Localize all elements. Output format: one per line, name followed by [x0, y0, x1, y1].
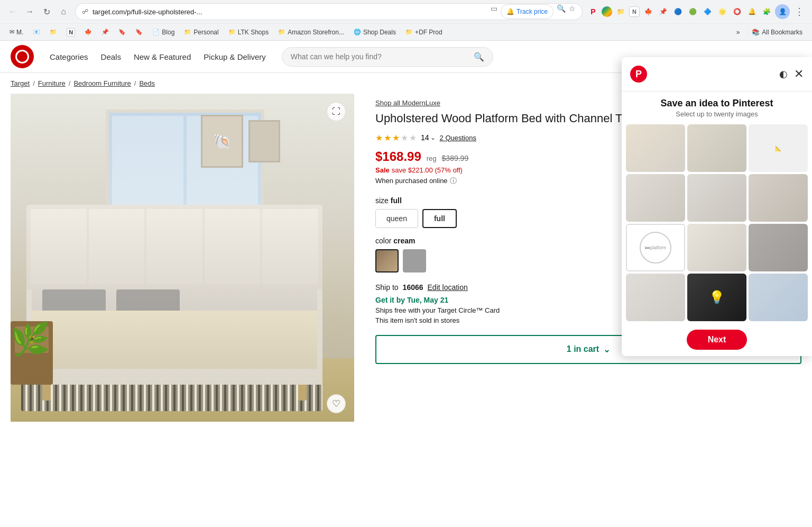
pin-image-dark-bedroom[interactable] [749, 224, 808, 271]
nav-links: Categories Deals New & Featured Pickup &… [50, 52, 266, 61]
address-bar[interactable]: ☍ target.com/p/full-size-upholstered-...… [75, 3, 583, 20]
wishlist-button[interactable]: ♡ [327, 394, 346, 413]
bookmarks-more-button[interactable]: » [732, 27, 744, 38]
zip-code: 16066 [403, 283, 423, 292]
product-image-area: 🐚 [11, 94, 354, 422]
bookmark-6[interactable]: 📌 [97, 27, 113, 37]
bookmark-personal[interactable]: 📁 Personal [180, 27, 223, 38]
close-icon[interactable]: ✕ [794, 67, 804, 81]
bookmark-5[interactable]: 🍁 [80, 27, 96, 37]
ext7[interactable]: 🌟 [716, 5, 728, 18]
pin-image-pillows[interactable] [749, 274, 808, 321]
nav-new-featured[interactable]: New & Featured [134, 52, 191, 61]
ext4[interactable]: 🔵 [671, 5, 684, 18]
bookmark-3[interactable]: 📁 [45, 27, 61, 37]
nav-deals[interactable]: Deals [101, 52, 121, 61]
info-icon[interactable]: ⓘ [450, 176, 457, 186]
breadcrumb-furniture[interactable]: Furniture [38, 79, 66, 87]
pinterest-next-button[interactable]: Next [687, 330, 748, 350]
forward-button[interactable]: → [22, 4, 37, 19]
pin-image-bed-side[interactable] [687, 174, 746, 222]
color-swatch-cream[interactable] [375, 249, 399, 272]
cart-label: 1 in cart [567, 344, 599, 354]
pinterest-title-section: Save an idea to Pinterest Select up to t… [622, 92, 812, 122]
all-bookmarks-button[interactable]: 📚 All Bookmarks [747, 27, 807, 38]
pinterest-next-section: Next [622, 323, 812, 356]
bookmark-8[interactable]: 🔖 [131, 27, 147, 37]
settings-icon[interactable]: ◐ [779, 68, 788, 80]
bookmark-ltk[interactable]: 📁 LTK Shops [224, 27, 273, 38]
search-bar[interactable]: 🔍 [282, 47, 493, 67]
star-icon[interactable]: ☆ [569, 4, 576, 19]
bookmark-notion[interactable]: N [62, 26, 79, 38]
pin-image-tv-stand[interactable] [626, 274, 685, 321]
chevron-down-icon: ⌄ [430, 134, 436, 141]
star-1: ★ [375, 133, 383, 143]
ext3[interactable]: 📌 [657, 5, 669, 18]
bookmark-gmail[interactable]: ✉ M. [5, 27, 27, 38]
reload-button[interactable]: ↻ [39, 4, 54, 19]
drive-ext[interactable]: 📁 [614, 5, 627, 18]
pin-image-bedroom-scene[interactable] [687, 224, 746, 271]
ext8[interactable]: ⭕ [731, 5, 743, 18]
ext2[interactable]: 🍁 [642, 5, 654, 18]
pin-image-circle-icon[interactable]: 🛏platform [626, 224, 685, 271]
bookmark-amazon[interactable]: 📁 Amazon Storefron... [274, 27, 348, 38]
star-3: ★ [392, 133, 400, 143]
bookmark-shopdeals[interactable]: 🌐 Shop Deals [349, 27, 400, 38]
selected-color: cream [393, 237, 415, 245]
target-logo[interactable] [11, 45, 34, 68]
browser-chrome: ← → ↻ ⌂ ☍ target.com/p/full-size-upholst… [0, 0, 812, 41]
bookmark-2[interactable]: 📧 [29, 27, 44, 37]
bookmarks-folder-icon: 📚 [752, 29, 760, 36]
selected-size: full [391, 196, 402, 205]
menu-button[interactable]: ⋮ [792, 4, 807, 19]
notion-ext[interactable]: N [629, 6, 640, 17]
nav-categories[interactable]: Categories [50, 52, 88, 61]
bookmark-dfprod[interactable]: 📁 +DF Prod [401, 27, 447, 38]
color-swatch-gray[interactable] [403, 249, 426, 272]
profile-avatar[interactable]: 👤 [775, 4, 790, 19]
pin-image-lamp[interactable]: 💡 [687, 274, 746, 321]
pin-image-headboard[interactable] [626, 174, 685, 222]
search-icon[interactable]: 🔍 [557, 4, 566, 19]
breadcrumb-bedroom-furniture[interactable]: Bedroom Furniture [73, 79, 131, 87]
home-button[interactable]: ⌂ [56, 4, 71, 19]
bookmark-7[interactable]: 🔖 [114, 27, 130, 37]
bookmark-blog[interactable]: 📄 Blog [148, 27, 179, 38]
pinterest-header-actions: ◐ ✕ [779, 67, 804, 81]
ext9[interactable]: 🔔 [745, 5, 758, 18]
pin-image-bed-front[interactable] [626, 124, 685, 172]
maps-ext[interactable] [602, 6, 612, 17]
track-price-button[interactable]: 🔔 Track price [501, 4, 553, 19]
questions-link[interactable]: 2 Questions [440, 134, 476, 142]
pinterest-ext[interactable]: P [587, 5, 599, 18]
pin-image-bed-room[interactable] [749, 174, 808, 222]
ext5[interactable]: 🟢 [686, 5, 699, 18]
star-5: ★ [409, 133, 417, 143]
rating-number: 14 [421, 133, 429, 142]
bookmark-personal-label: Personal [193, 29, 218, 36]
ext6[interactable]: 🔷 [701, 5, 714, 18]
zoom-button[interactable]: ⛶ [327, 102, 346, 121]
ext10[interactable]: 🧩 [760, 5, 773, 18]
bookmark-blog-label: Blog [162, 29, 174, 36]
ship-to-label: Ship to [375, 283, 399, 292]
search-input[interactable] [291, 52, 469, 61]
nav-pickup-delivery[interactable]: Pickup & Delivery [204, 52, 266, 61]
review-count[interactable]: 14 ⌄ [421, 133, 436, 142]
pin-image-diagram[interactable]: 📐 [749, 124, 808, 172]
edit-location-link[interactable]: Edit location [428, 283, 468, 292]
target-logo-circle [11, 45, 34, 68]
breadcrumb-beds[interactable]: Beds [139, 79, 155, 87]
reg-price: $389.99 [442, 154, 469, 162]
bookmark-amazon-label: Amazon Storefron... [288, 29, 344, 36]
pin-image-bed-angled[interactable] [687, 124, 746, 172]
breadcrumb-target[interactable]: Target [11, 79, 30, 87]
bookmark-tab-icon[interactable]: ▭ [491, 4, 497, 19]
back-button[interactable]: ← [5, 4, 20, 19]
pinterest-subtitle: Select up to twenty images [630, 110, 804, 118]
nav-buttons: ← → ↻ ⌂ [5, 4, 71, 19]
size-queen[interactable]: queen [375, 209, 418, 228]
size-full[interactable]: full [422, 209, 457, 228]
